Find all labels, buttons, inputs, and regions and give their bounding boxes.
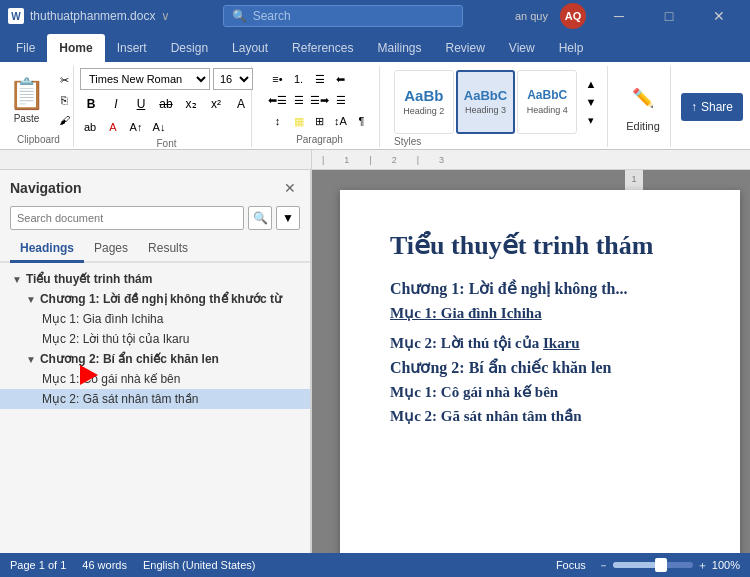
styles-down-button[interactable]: ▼ bbox=[581, 93, 601, 111]
clipboard-group: 📋 Paste ✂ ⎘ 🖌 Clipboard bbox=[4, 66, 74, 147]
styles-cards: AaBb Heading 2 AaBbC Heading 3 AaBbC Hea… bbox=[394, 70, 601, 134]
sort-button[interactable]: ↕A bbox=[331, 112, 351, 130]
tree-item-m1ch1[interactable]: Mục 1: Gia đình Ichiha bbox=[0, 309, 310, 329]
underline-button[interactable]: U bbox=[130, 93, 152, 115]
nav-tree: ▼ Tiểu thuyết trinh thám ▼ Chương 1: Lời… bbox=[0, 263, 310, 553]
title-bar-left: W thuthuatphanmem.docx ∨ bbox=[8, 8, 170, 24]
paste-icon: 📋 bbox=[8, 76, 45, 111]
tab-insert[interactable]: Insert bbox=[105, 34, 159, 62]
zoom-in-button[interactable]: ＋ bbox=[697, 558, 708, 573]
tree-item-m2ch2[interactable]: Mục 2: Gã sát nhân tâm thần bbox=[0, 389, 310, 409]
close-button[interactable]: ✕ bbox=[696, 0, 742, 32]
tab-references[interactable]: References bbox=[280, 34, 365, 62]
search-input[interactable] bbox=[253, 9, 454, 23]
ruler-main: | 1 | 2 | 3 bbox=[312, 150, 750, 169]
list-indent-button[interactable]: ⬅ bbox=[331, 70, 351, 88]
share-label: Share bbox=[701, 100, 733, 114]
tree-item-m1ch2[interactable]: Mục 1: Cô gái nhà kế bên bbox=[0, 369, 310, 389]
align-justify-button[interactable]: ☰ bbox=[331, 91, 351, 109]
search-box[interactable]: 🔍 bbox=[223, 5, 463, 27]
title-chevron: ∨ bbox=[161, 9, 170, 23]
paste-label: Paste bbox=[14, 113, 40, 124]
tab-mailings[interactable]: Mailings bbox=[365, 34, 433, 62]
tree-item-ch1[interactable]: ▼ Chương 1: Lời đề nghị không thể khước … bbox=[0, 289, 310, 309]
zoom-thumb[interactable] bbox=[655, 558, 667, 572]
zoom-out-button[interactable]: － bbox=[598, 558, 609, 573]
nav-tab-headings[interactable]: Headings bbox=[10, 236, 84, 263]
tab-view[interactable]: View bbox=[497, 34, 547, 62]
nav-header: Navigation ✕ bbox=[0, 170, 310, 202]
share-button[interactable]: ↑ Share bbox=[681, 93, 743, 121]
maximize-button[interactable]: □ bbox=[646, 0, 692, 32]
align-center-button[interactable]: ☰ bbox=[289, 91, 309, 109]
subscript-button[interactable]: x₂ bbox=[180, 93, 202, 115]
share-area: ↑ Share bbox=[673, 66, 750, 147]
style-h3-preview: AaBbC bbox=[464, 89, 507, 103]
numbered-list-button[interactable]: 1. bbox=[289, 70, 309, 88]
ruler-sidebar-space bbox=[0, 150, 312, 169]
tree-item-m2ch1[interactable]: Mục 2: Lời thú tội của Ikaru bbox=[0, 329, 310, 349]
tab-layout[interactable]: Layout bbox=[220, 34, 280, 62]
text-highlight-button[interactable]: ab bbox=[80, 118, 100, 136]
tree-label-ch1: Chương 1: Lời đề nghị không thể khước từ bbox=[40, 292, 282, 306]
nav-tab-results[interactable]: Results bbox=[138, 236, 198, 263]
zoom-slider[interactable] bbox=[613, 562, 693, 568]
minimize-button[interactable]: ─ bbox=[596, 0, 642, 32]
style-heading2[interactable]: AaBb Heading 2 bbox=[394, 70, 454, 134]
shading-button[interactable]: ▦ bbox=[289, 112, 309, 130]
ikaru-underline: Ikaru bbox=[543, 335, 580, 351]
font-family-select[interactable]: Times New Roman bbox=[80, 68, 210, 90]
tree-item-ch2[interactable]: ▼ Chương 2: Bí ẩn chiếc khăn len bbox=[0, 349, 310, 369]
font-size-increase[interactable]: A↑ bbox=[126, 118, 146, 136]
line-spacing-button[interactable]: ↕ bbox=[268, 112, 288, 130]
tab-help[interactable]: Help bbox=[547, 34, 596, 62]
tab-home[interactable]: Home bbox=[47, 34, 104, 62]
align-left-button[interactable]: ⬅☰ bbox=[268, 91, 288, 109]
text-effects-button[interactable]: A bbox=[230, 93, 252, 115]
show-para-button[interactable]: ¶ bbox=[352, 112, 372, 130]
nav-search-dropdown[interactable]: ▼ bbox=[276, 206, 300, 230]
nav-close-button[interactable]: ✕ bbox=[280, 178, 300, 198]
paste-button[interactable]: 📋 Paste bbox=[3, 70, 51, 130]
tab-file[interactable]: File bbox=[4, 34, 47, 62]
styles-more-button[interactable]: ▾ bbox=[581, 111, 601, 129]
nav-search-input[interactable] bbox=[10, 206, 244, 230]
styles-up-button[interactable]: ▲ bbox=[581, 75, 601, 93]
clipboard-extras: ✂ ⎘ 🖌 bbox=[55, 71, 75, 129]
spacing-row: ↕ ▦ ⊞ ↕A ¶ bbox=[268, 112, 372, 130]
bullet-list-button[interactable]: ≡• bbox=[268, 70, 288, 88]
tree-arrow-ch2: ▼ bbox=[26, 354, 36, 365]
tree-label-m2ch1: Mục 2: Lời thú tội của Ikaru bbox=[42, 332, 189, 346]
font-color-button[interactable]: A bbox=[103, 118, 123, 136]
align-right-button[interactable]: ☰➡ bbox=[310, 91, 330, 109]
style-heading3[interactable]: AaBbC Heading 3 bbox=[456, 70, 516, 134]
strikethrough-button[interactable]: ab bbox=[155, 93, 177, 115]
editing-label: Editing bbox=[626, 120, 660, 132]
tree-item-root[interactable]: ▼ Tiểu thuyết trinh thám bbox=[0, 269, 310, 289]
superscript-button[interactable]: x² bbox=[205, 93, 227, 115]
italic-button[interactable]: I bbox=[105, 93, 127, 115]
format-painter-button[interactable]: 🖌 bbox=[55, 111, 75, 129]
style-heading4[interactable]: AaBbC Heading 4 bbox=[517, 70, 577, 134]
list-row: ≡• 1. ☰ ⬅ bbox=[268, 70, 372, 88]
copy-button[interactable]: ⎘ bbox=[55, 91, 75, 109]
ribbon-tabs: File Home Insert Design Layout Reference… bbox=[0, 32, 750, 62]
title-bar-controls: an quy AQ ─ □ ✕ bbox=[515, 0, 742, 32]
tree-label-m2ch2: Mục 2: Gã sát nhân tâm thần bbox=[42, 392, 198, 406]
tab-design[interactable]: Design bbox=[159, 34, 220, 62]
font-name-row: Times New Roman 16 bbox=[80, 68, 253, 90]
cut-button[interactable]: ✂ bbox=[55, 71, 75, 89]
editing-button[interactable]: ✏️ bbox=[625, 80, 661, 116]
multilevel-list-button[interactable]: ☰ bbox=[310, 70, 330, 88]
font-size-select[interactable]: 16 bbox=[213, 68, 253, 90]
borders-button[interactable]: ⊞ bbox=[310, 112, 330, 130]
bold-button[interactable]: B bbox=[80, 93, 102, 115]
styles-label: Styles bbox=[394, 134, 601, 147]
para-controls: ≡• 1. ☰ ⬅ ⬅☰ ☰ ☰➡ ☰ ↕ ▦ ⊞ bbox=[268, 70, 372, 130]
arrow-indicator bbox=[80, 365, 98, 385]
nav-tab-pages[interactable]: Pages bbox=[84, 236, 138, 263]
font-size-decrease[interactable]: A↓ bbox=[149, 118, 169, 136]
focus-indicator[interactable]: Focus bbox=[556, 559, 586, 571]
tab-review[interactable]: Review bbox=[433, 34, 496, 62]
nav-search-button[interactable]: 🔍 bbox=[248, 206, 272, 230]
